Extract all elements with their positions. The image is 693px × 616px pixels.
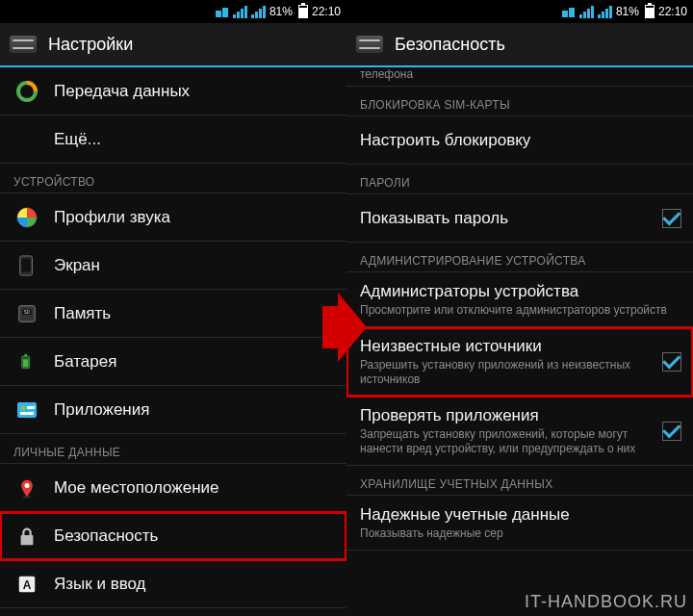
- svg-text:SD: SD: [24, 310, 31, 315]
- lock-icon: [13, 523, 40, 550]
- svg-rect-1: [222, 8, 228, 17]
- storage-icon: SD: [13, 300, 40, 327]
- svg-rect-21: [562, 11, 568, 17]
- svg-point-13: [21, 405, 26, 410]
- phone-left: 81% 22:10 Настройки Передача данных Ещё.…: [0, 0, 346, 616]
- language-icon: A: [13, 571, 40, 598]
- item-label: Неизвестные источники: [360, 337, 647, 356]
- category-passwords: ПАРОЛИ: [346, 165, 693, 194]
- titlebar: Безопасность: [346, 23, 693, 67]
- svg-rect-5: [22, 258, 31, 271]
- watermark: IT-HANDBOOK.RU: [525, 592, 687, 612]
- page-title: Безопасность: [395, 35, 505, 55]
- item-sublabel: Запрещать установку приложений, которые …: [360, 427, 647, 455]
- status-bar: 81% 22:10: [0, 0, 346, 23]
- item-label: Профили звука: [54, 208, 333, 227]
- checkbox[interactable]: [662, 352, 681, 372]
- signal-icon: [233, 6, 247, 18]
- svg-text:A: A: [23, 578, 32, 591]
- item-label: Батарея: [54, 352, 333, 372]
- battery-icon: [645, 5, 654, 18]
- partial-row-top: телефона: [346, 67, 693, 87]
- apps-icon: [13, 397, 40, 424]
- svg-rect-14: [27, 406, 35, 409]
- item-apps[interactable]: Приложения: [0, 386, 346, 434]
- sim-icon: [216, 7, 229, 16]
- item-verify-apps[interactable]: Проверять приложения Запрещать установку…: [346, 397, 693, 466]
- item-label: Мое местоположение: [54, 478, 333, 498]
- item-location[interactable]: Мое местоположение: [0, 464, 346, 512]
- battery-icon: [298, 5, 308, 18]
- item-data-usage[interactable]: Передача данных: [0, 67, 346, 116]
- item-label: Ещё...: [54, 130, 333, 149]
- svg-rect-18: [21, 535, 34, 545]
- page-title: Настройки: [48, 35, 133, 55]
- item-show-password[interactable]: Показывать пароль: [346, 194, 693, 243]
- clock: 22:10: [312, 5, 341, 18]
- item-sublabel: Показывать надежные сер: [360, 526, 680, 540]
- item-more[interactable]: Ещё...: [0, 116, 346, 164]
- sound-icon: [13, 204, 40, 231]
- item-trusted-credentials[interactable]: Надежные учетные данные Показывать надеж…: [346, 496, 693, 551]
- signal-icon-2: [598, 6, 612, 18]
- display-icon: [13, 252, 40, 279]
- partial-label: телефона: [360, 67, 413, 81]
- battery-icon-row: [13, 348, 40, 375]
- item-label: Приложения: [54, 400, 333, 420]
- item-label: Язык и ввод: [54, 575, 333, 594]
- titlebar: Настройки: [0, 23, 346, 67]
- item-label: Память: [54, 304, 333, 323]
- svg-rect-11: [23, 359, 28, 367]
- svg-rect-0: [216, 11, 221, 17]
- item-label: Экран: [54, 256, 333, 275]
- signal-icon: [579, 6, 594, 18]
- item-sound-profiles[interactable]: Профили звука: [0, 193, 346, 242]
- signal-icon-2: [251, 6, 266, 18]
- svg-point-16: [25, 483, 30, 488]
- item-unknown-sources[interactable]: Неизвестные источники Разрешить установк…: [346, 327, 693, 397]
- category-device-admin: АДМИНИСТРИРОВАНИЕ УСТРОЙСТВА: [346, 243, 693, 272]
- item-display[interactable]: Экран: [0, 242, 346, 290]
- item-sublabel: Просмотрите или отключите администраторо…: [360, 303, 680, 317]
- item-label: Проверять приложения: [360, 406, 647, 425]
- item-language[interactable]: A Язык и ввод: [0, 560, 346, 608]
- category-personal: ЛИЧНЫЕ ДАННЫЕ: [0, 434, 346, 464]
- data-usage-icon: [13, 78, 40, 105]
- phone-right: 81% 22:10 Безопасность телефона БЛОКИРОВ…: [346, 0, 693, 616]
- svg-rect-15: [20, 412, 34, 415]
- item-label: Настроить блокировку: [360, 131, 680, 150]
- svg-rect-10: [24, 354, 27, 356]
- battery-pct: 81%: [270, 5, 293, 18]
- category-sim-lock: БЛОКИРОВКА SIM-КАРТЫ: [346, 87, 693, 116]
- settings-icon: [356, 36, 383, 53]
- item-label: Администраторы устройства: [360, 282, 680, 301]
- checkbox[interactable]: [662, 209, 681, 228]
- settings-list[interactable]: Передача данных Ещё... УСТРОЙСТВО Профил…: [0, 67, 346, 616]
- clock: 22:10: [658, 5, 687, 18]
- location-icon: [13, 475, 40, 501]
- item-security[interactable]: Безопасность: [0, 512, 346, 560]
- category-device: УСТРОЙСТВО: [0, 164, 346, 193]
- svg-rect-12: [17, 402, 37, 418]
- item-device-admins[interactable]: Администраторы устройства Просмотрите ил…: [346, 272, 693, 327]
- item-label: Показывать пароль: [360, 209, 647, 228]
- settings-icon: [10, 36, 37, 53]
- svg-point-17: [23, 496, 31, 498]
- category-credentials: ХРАНИЛИЩЕ УЧЕТНЫХ ДАННЫХ: [346, 466, 693, 496]
- status-bar: 81% 22:10: [346, 0, 693, 23]
- sim-icon: [562, 7, 576, 16]
- battery-pct: 81%: [616, 5, 639, 18]
- item-label: Надежные учетные данные: [360, 505, 680, 525]
- item-battery[interactable]: Батарея: [0, 338, 346, 386]
- item-label: Безопасность: [54, 526, 333, 546]
- item-sim-lock[interactable]: Настроить блокировку: [346, 116, 693, 165]
- item-label: Передача данных: [54, 82, 333, 101]
- item-storage[interactable]: SD Память: [0, 290, 346, 338]
- security-list[interactable]: телефона БЛОКИРОВКА SIM-КАРТЫ Настроить …: [346, 67, 693, 616]
- svg-rect-22: [569, 8, 575, 17]
- checkbox[interactable]: [662, 422, 681, 441]
- item-sublabel: Разрешить установку приложений из неизве…: [360, 358, 647, 386]
